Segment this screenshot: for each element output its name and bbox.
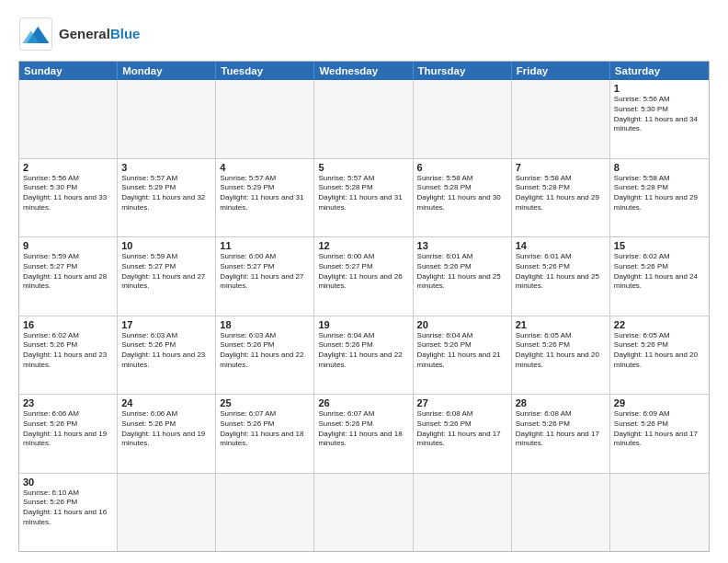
day-info: Sunrise: 6:06 AM Sunset: 5:26 PM Dayligh…	[23, 409, 113, 449]
weekday-header: Monday	[118, 62, 216, 80]
day-info: Sunrise: 6:07 AM Sunset: 5:26 PM Dayligh…	[318, 409, 408, 449]
day-info: Sunrise: 6:00 AM Sunset: 5:27 PM Dayligh…	[220, 252, 310, 292]
calendar-cell: 15Sunrise: 6:02 AM Sunset: 5:26 PM Dayli…	[610, 237, 709, 316]
day-info: Sunrise: 6:02 AM Sunset: 5:26 PM Dayligh…	[23, 331, 113, 371]
day-number: 7	[516, 162, 606, 173]
day-number: 21	[516, 319, 606, 330]
day-info: Sunrise: 6:08 AM Sunset: 5:26 PM Dayligh…	[516, 409, 606, 449]
day-info: Sunrise: 6:05 AM Sunset: 5:26 PM Dayligh…	[516, 331, 606, 371]
calendar-cell	[216, 474, 314, 552]
calendar-cell: 3Sunrise: 5:57 AM Sunset: 5:29 PM Daylig…	[118, 159, 216, 237]
calendar-cell: 27Sunrise: 6:08 AM Sunset: 5:26 PM Dayli…	[414, 395, 512, 473]
logo: GeneralBlue	[18, 17, 140, 52]
calendar-cell: 1Sunrise: 5:56 AM Sunset: 5:30 PM Daylig…	[610, 80, 709, 158]
calendar-row: 1Sunrise: 5:56 AM Sunset: 5:30 PM Daylig…	[19, 80, 709, 158]
day-number: 8	[614, 162, 705, 173]
logo-icon	[18, 17, 53, 52]
calendar-cell	[118, 80, 216, 158]
day-info: Sunrise: 5:57 AM Sunset: 5:28 PM Dayligh…	[318, 174, 408, 213]
calendar-cell: 4Sunrise: 5:57 AM Sunset: 5:29 PM Daylig…	[216, 159, 314, 237]
day-number: 11	[220, 240, 310, 251]
calendar-cell	[19, 80, 118, 158]
calendar-cell: 19Sunrise: 6:04 AM Sunset: 5:26 PM Dayli…	[314, 316, 413, 395]
day-number: 17	[121, 319, 211, 330]
calendar-cell	[512, 80, 610, 158]
day-number: 1	[614, 83, 705, 94]
calendar-row: 9Sunrise: 5:59 AM Sunset: 5:27 PM Daylig…	[19, 236, 709, 316]
calendar-cell: 16Sunrise: 6:02 AM Sunset: 5:26 PM Dayli…	[19, 316, 118, 395]
day-info: Sunrise: 6:05 AM Sunset: 5:26 PM Dayligh…	[614, 331, 705, 371]
calendar-cell	[216, 80, 314, 158]
day-info: Sunrise: 5:57 AM Sunset: 5:29 PM Dayligh…	[121, 174, 211, 213]
day-info: Sunrise: 5:58 AM Sunset: 5:28 PM Dayligh…	[417, 174, 507, 213]
day-info: Sunrise: 6:07 AM Sunset: 5:26 PM Dayligh…	[220, 409, 310, 449]
calendar-cell	[314, 474, 413, 552]
calendar-header: SundayMondayTuesdayWednesdayThursdayFrid…	[19, 62, 709, 80]
weekday-header: Wednesday	[314, 62, 413, 80]
page: GeneralBlue SundayMondayTuesdayWednesday…	[0, 0, 728, 563]
day-number: 28	[516, 397, 606, 408]
calendar-cell: 26Sunrise: 6:07 AM Sunset: 5:26 PM Dayli…	[314, 395, 413, 473]
day-number: 25	[220, 397, 310, 408]
day-number: 16	[23, 319, 113, 330]
weekday-header: Sunday	[19, 62, 118, 80]
calendar-row: 23Sunrise: 6:06 AM Sunset: 5:26 PM Dayli…	[19, 394, 709, 473]
day-number: 9	[23, 240, 113, 251]
day-info: Sunrise: 6:10 AM Sunset: 5:26 PM Dayligh…	[23, 488, 113, 528]
calendar-cell: 29Sunrise: 6:09 AM Sunset: 5:26 PM Dayli…	[610, 395, 709, 473]
day-number: 10	[121, 240, 211, 251]
calendar-row: 30Sunrise: 6:10 AM Sunset: 5:26 PM Dayli…	[19, 473, 709, 552]
calendar-cell: 11Sunrise: 6:00 AM Sunset: 5:27 PM Dayli…	[216, 237, 314, 316]
calendar-body: 1Sunrise: 5:56 AM Sunset: 5:30 PM Daylig…	[19, 80, 709, 551]
calendar-cell: 17Sunrise: 6:03 AM Sunset: 5:26 PM Dayli…	[118, 316, 216, 395]
day-info: Sunrise: 6:01 AM Sunset: 5:26 PM Dayligh…	[516, 252, 606, 292]
day-info: Sunrise: 5:58 AM Sunset: 5:28 PM Dayligh…	[516, 174, 606, 213]
logo-text: GeneralBlue	[59, 27, 140, 42]
day-number: 18	[220, 319, 310, 330]
day-info: Sunrise: 6:04 AM Sunset: 5:26 PM Dayligh…	[417, 331, 507, 371]
calendar-cell	[414, 80, 512, 158]
calendar-cell	[610, 474, 709, 552]
day-info: Sunrise: 5:56 AM Sunset: 5:30 PM Dayligh…	[614, 95, 705, 134]
day-number: 14	[516, 240, 606, 251]
day-number: 26	[318, 397, 408, 408]
day-info: Sunrise: 6:00 AM Sunset: 5:27 PM Dayligh…	[318, 252, 408, 292]
calendar-cell: 8Sunrise: 5:58 AM Sunset: 5:28 PM Daylig…	[610, 159, 709, 237]
day-number: 22	[614, 319, 705, 330]
weekday-header: Tuesday	[216, 62, 314, 80]
weekday-header: Friday	[512, 62, 610, 80]
calendar-cell	[512, 474, 610, 552]
day-number: 24	[121, 397, 211, 408]
calendar-cell	[118, 474, 216, 552]
day-info: Sunrise: 6:04 AM Sunset: 5:26 PM Dayligh…	[318, 331, 408, 371]
calendar-cell: 18Sunrise: 6:03 AM Sunset: 5:26 PM Dayli…	[216, 316, 314, 395]
day-number: 15	[614, 240, 705, 251]
calendar-row: 16Sunrise: 6:02 AM Sunset: 5:26 PM Dayli…	[19, 316, 709, 395]
day-info: Sunrise: 5:59 AM Sunset: 5:27 PM Dayligh…	[121, 252, 211, 292]
day-info: Sunrise: 6:06 AM Sunset: 5:26 PM Dayligh…	[121, 409, 211, 449]
calendar-cell: 13Sunrise: 6:01 AM Sunset: 5:26 PM Dayli…	[414, 237, 512, 316]
day-number: 23	[23, 397, 113, 408]
day-info: Sunrise: 5:56 AM Sunset: 5:30 PM Dayligh…	[23, 174, 113, 213]
calendar-cell: 5Sunrise: 5:57 AM Sunset: 5:28 PM Daylig…	[314, 159, 413, 237]
day-number: 6	[417, 162, 507, 173]
calendar-cell: 2Sunrise: 5:56 AM Sunset: 5:30 PM Daylig…	[19, 159, 118, 237]
day-info: Sunrise: 6:03 AM Sunset: 5:26 PM Dayligh…	[220, 331, 310, 371]
day-number: 19	[318, 319, 408, 330]
calendar-cell: 20Sunrise: 6:04 AM Sunset: 5:26 PM Dayli…	[414, 316, 512, 395]
day-number: 4	[220, 162, 310, 173]
day-info: Sunrise: 5:59 AM Sunset: 5:27 PM Dayligh…	[23, 252, 113, 292]
day-number: 13	[417, 240, 507, 251]
day-info: Sunrise: 6:01 AM Sunset: 5:26 PM Dayligh…	[417, 252, 507, 292]
day-info: Sunrise: 5:58 AM Sunset: 5:28 PM Dayligh…	[614, 174, 705, 213]
calendar-row: 2Sunrise: 5:56 AM Sunset: 5:30 PM Daylig…	[19, 158, 709, 237]
weekday-header: Saturday	[610, 62, 709, 80]
calendar-cell: 10Sunrise: 5:59 AM Sunset: 5:27 PM Dayli…	[118, 237, 216, 316]
calendar-cell: 24Sunrise: 6:06 AM Sunset: 5:26 PM Dayli…	[118, 395, 216, 473]
calendar-cell: 22Sunrise: 6:05 AM Sunset: 5:26 PM Dayli…	[610, 316, 709, 395]
calendar-cell: 23Sunrise: 6:06 AM Sunset: 5:26 PM Dayli…	[19, 395, 118, 473]
calendar-cell: 28Sunrise: 6:08 AM Sunset: 5:26 PM Dayli…	[512, 395, 610, 473]
calendar-cell: 14Sunrise: 6:01 AM Sunset: 5:26 PM Dayli…	[512, 237, 610, 316]
calendar: SundayMondayTuesdayWednesdayThursdayFrid…	[18, 61, 710, 552]
day-number: 5	[318, 162, 408, 173]
